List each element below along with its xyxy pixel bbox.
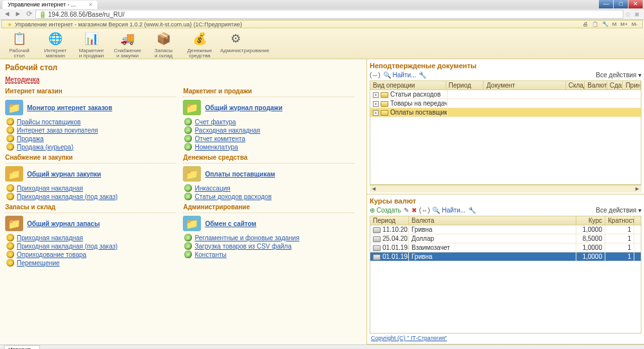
table-row[interactable]: +Оплаты поставщикам — [370, 108, 641, 117]
section-link[interactable]: Расходная накладная — [194, 127, 260, 134]
documents-grid[interactable]: Вид операцииПериодДокументСкладВалютаСда… — [370, 80, 641, 185]
window-minimize-button[interactable]: — — [599, 0, 613, 8]
section-main-link[interactable]: Общий журнал закупки — [27, 171, 101, 178]
bookmark-icon[interactable]: ☆ — [623, 10, 632, 19]
section-link[interactable]: Загрузка товаров из CSV файла — [194, 243, 291, 250]
browser-tab-strip: Управление интернет - ... × — □ ✕ — [0, 0, 644, 9]
url-input[interactable]: 🔋 194.28.68.56/Base/ru_RU/ — [35, 10, 623, 19]
delete-icon[interactable]: ✖ — [412, 207, 417, 214]
history-tab[interactable]: История... — [4, 345, 40, 349]
section-link[interactable]: Интернет заказ покупателя — [17, 127, 98, 134]
section-link[interactable]: Номенклатура — [194, 144, 238, 151]
all-actions-button[interactable]: Все действия ▾ — [596, 71, 641, 79]
toolbar-label: Снабжение и закупки — [112, 48, 143, 59]
table-row[interactable]: +Товары на передачу — [370, 99, 641, 108]
edit-icon[interactable]: ✎ — [404, 207, 409, 214]
toolbar-supply[interactable]: 🚚Снабжение и закупки — [112, 30, 143, 57]
section-link[interactable]: Инкассация — [194, 185, 230, 192]
tree-expand-icon[interactable]: + — [373, 101, 379, 107]
panel-title: Неподтвержденые документы — [370, 61, 641, 71]
section-link[interactable]: Приходная накладная (под заказ) — [17, 243, 118, 250]
window-maximize-button[interactable]: □ — [614, 0, 628, 8]
section-main-link[interactable]: Обмен с сайтом — [205, 220, 256, 227]
copyright-link[interactable]: Copyright (C) " IT-Стратегия" — [370, 334, 641, 343]
section-link[interactable]: Продажа (курьера) — [17, 144, 73, 151]
close-tab-icon[interactable]: × — [89, 1, 92, 8]
section-link[interactable]: Статьи доходов расходов — [194, 193, 271, 200]
app-titlebar-icon[interactable]: 📋 — [592, 21, 598, 27]
bullet-icon — [6, 234, 14, 241]
bullet-icon — [6, 126, 14, 134]
toolbar-admin[interactable]: ⚙Администрирование — [220, 30, 251, 57]
table-row[interactable]: 25.04.2012Доллар8,50001 — [370, 234, 641, 243]
section-icon: 📁 — [183, 100, 201, 115]
find-button[interactable]: 🔍 Найти... — [383, 71, 417, 79]
app-mem-mminus[interactable]: M- — [632, 21, 638, 27]
section-header: Маркетинг и продажи — [183, 85, 354, 97]
refresh-icon[interactable]: (↔) — [419, 207, 430, 214]
toolbar-marketing[interactable]: 📊Маркетинг и продажи — [76, 30, 107, 57]
column-header[interactable]: Период — [370, 216, 409, 225]
section-link[interactable]: Приходная накладная — [17, 234, 83, 241]
section-main-link[interactable]: Монитор интернет заказов — [27, 104, 112, 111]
toolbar-stock[interactable]: 📦Запасы и склад — [148, 30, 179, 57]
scroll-left[interactable]: ◄ — [371, 185, 377, 193]
toolbar-money[interactable]: 💰Денежные средства — [184, 30, 215, 57]
app-title: Управление интернет - магазином Версия 1… — [15, 21, 242, 28]
all-actions-button[interactable]: Все действия ▾ — [596, 207, 641, 214]
column-header[interactable]: Принял — [623, 81, 641, 90]
app-mem-m[interactable]: M — [612, 21, 617, 27]
clear-filter-icon[interactable]: 🔧 — [468, 207, 476, 214]
section-main-link[interactable]: Общий журнал продажи — [205, 104, 282, 111]
browser-tab[interactable]: Управление интернет - ... × — [3, 1, 97, 9]
column-header[interactable]: Период — [446, 81, 484, 90]
browser-back-button[interactable]: ◄ — [3, 10, 12, 19]
column-header[interactable]: Курс — [576, 216, 605, 225]
find-button[interactable]: 🔍 Найти... — [432, 207, 466, 214]
refresh-icon[interactable]: (↔) — [370, 71, 381, 79]
table-row[interactable]: +Статьи расходов — [370, 90, 641, 99]
browser-forward-button[interactable]: ► — [14, 10, 23, 19]
column-header[interactable]: Валюта — [409, 216, 576, 225]
currency-grid[interactable]: ПериодВалютаКурсКратность 11.10.2012Грив… — [370, 216, 641, 334]
section-link[interactable]: Регламентные и фоновые задания — [194, 234, 299, 241]
app-titlebar-icon[interactable]: 🔧 — [602, 21, 609, 27]
table-row[interactable]: 01.01.1980Гривна1,00001 — [370, 252, 641, 261]
section-link[interactable]: Счет фактура — [194, 118, 236, 126]
section-main-link[interactable]: Оплаты поставщикам — [205, 171, 275, 178]
column-header[interactable]: Склад — [566, 81, 585, 90]
table-row[interactable]: 01.01.1980Взаимозачет1,00001 — [370, 243, 641, 252]
section-main-link[interactable]: Общий журнал запасы — [27, 220, 100, 227]
column-header[interactable]: Документ — [484, 81, 565, 90]
column-header[interactable]: Кратность — [605, 216, 634, 225]
section-link[interactable]: Приходная накладная (под заказ) — [17, 193, 118, 200]
column-header[interactable]: Вид операции — [370, 81, 446, 90]
column-header[interactable]: Валюта — [585, 81, 607, 90]
toolbar-eshop[interactable]: 🌐Интернет магазин — [40, 30, 71, 57]
section-link[interactable]: Продажа — [17, 135, 44, 142]
browser-menu-button[interactable]: ≡ — [632, 10, 641, 18]
toolbar-label: Маркетинг и продажи — [76, 48, 107, 59]
bullet-icon — [6, 193, 14, 200]
column-header[interactable]: Сдал — [607, 81, 623, 90]
method-link[interactable]: Методичка — [5, 76, 39, 84]
section-link[interactable]: Прайсы поставщиков — [17, 118, 80, 126]
section-link[interactable]: Перемещение — [17, 259, 60, 267]
section-header: Интернет магазин — [5, 85, 176, 97]
table-row[interactable]: 11.10.2012Гривна1,00001 — [370, 225, 641, 234]
section-link[interactable]: Константы — [194, 251, 226, 258]
window-close-button[interactable]: ✕ — [629, 0, 643, 8]
clear-filter-icon[interactable]: 🔧 — [419, 71, 426, 79]
section-link[interactable]: Оприходование товара — [17, 251, 86, 258]
browser-reload-button[interactable]: ⟳ — [24, 10, 33, 19]
tree-expand-icon[interactable]: + — [373, 92, 379, 98]
bullet-icon — [184, 126, 192, 134]
section-link[interactable]: Приходная накладная — [17, 185, 83, 192]
tree-expand-icon[interactable]: + — [373, 110, 379, 116]
section-link[interactable]: Отчет комитента — [194, 135, 245, 142]
scroll-right[interactable]: ► — [634, 185, 640, 193]
app-mem-mplus[interactable]: M+ — [620, 21, 627, 27]
create-button[interactable]: ⊕ Создать — [370, 207, 401, 214]
app-titlebar-icon[interactable]: 🖨 — [583, 21, 588, 27]
toolbar-desktop[interactable]: 📋Рабочий стол — [4, 30, 35, 57]
